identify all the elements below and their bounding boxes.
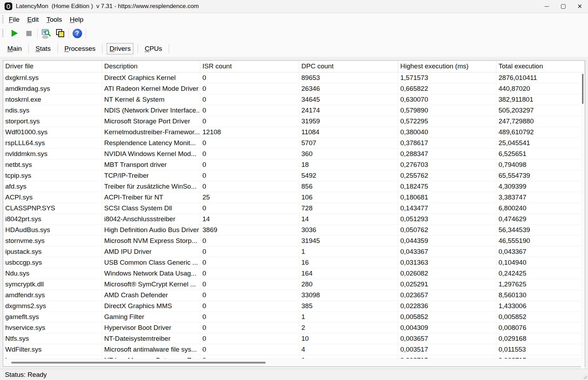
drivers-table: Driver fileDescriptionISR countDPC count…	[3, 60, 585, 367]
window-title: LatencyMon (Home Edition ) v 7.31 - http…	[16, 3, 199, 10]
window-controls: ✕	[539, 0, 588, 13]
column-header-description[interactable]: Description	[102, 61, 200, 72]
cell-driver-file: rspLLL64.sys	[3, 138, 102, 148]
cell-total-execution: 2876,010411	[496, 73, 585, 83]
tab-drivers[interactable]: Drivers	[107, 43, 133, 54]
table-row[interactable]: ACPI.sysACPI-Treiber für NT251060,180681…	[3, 192, 585, 203]
table-row[interactable]: Wdf01000.sysKernelmodustreiber-Framewor.…	[3, 127, 585, 138]
table-row[interactable]: amdkmdag.sysATI Radeon Kernel Mode Drive…	[3, 83, 585, 94]
cell-isr-count: 0	[200, 246, 299, 257]
cell-description: MBT Transport driver	[102, 160, 200, 170]
cell-description: DirectX Graphics Kernel	[102, 73, 200, 83]
cell-isr-count: 3869	[200, 225, 299, 235]
cell-dpc-count: 5492	[299, 170, 398, 181]
stacked-windows-button[interactable]	[53, 27, 67, 40]
help-button[interactable]: ?	[70, 27, 84, 40]
menu-item-tools[interactable]: Tools	[42, 16, 66, 23]
cell-isr-count: 0	[200, 149, 299, 159]
cell-total-execution: 0,011553	[496, 344, 585, 355]
table-row[interactable]: netbt.sysMBT Transport driver0180,276703…	[3, 160, 585, 170]
cell-dpc-count: 106	[299, 192, 398, 203]
table-body: dxgkrnl.sysDirectX Graphics Kernel089653…	[3, 73, 585, 359]
cell-driver-file: Ntfs.sys	[3, 333, 102, 344]
table-row[interactable]: afd.sysTreiber für zusätzliche WinSo...0…	[3, 181, 585, 192]
titlebar: LatencyMon (Home Edition ) v 7.31 - http…	[0, 0, 588, 13]
table-row[interactable]: usbccgp.sysUSB Common Class Generic ...0…	[3, 257, 585, 268]
table-row[interactable]: dxgkrnl.sysDirectX Graphics Kernel089653…	[3, 73, 585, 83]
stop-icon	[26, 31, 32, 36]
menu-item-help[interactable]: Help	[66, 16, 87, 23]
tab-processes[interactable]: Processes	[62, 43, 98, 54]
menu-item-file[interactable]: File	[5, 16, 24, 23]
table-row[interactable]: gameflt.sysGaming Filter010,0058520,0058…	[3, 312, 585, 323]
table-row[interactable]: amdfendr.sysAMD Crash Defender0330980,02…	[3, 290, 585, 301]
table-row[interactable]: CLASSPNP.SYSSCSI Class System Dll07280,1…	[3, 203, 585, 214]
close-button[interactable]: ✕	[572, 0, 588, 13]
table-row[interactable]: Ndu.sysWindows Network Data Usag...01640…	[3, 268, 585, 279]
table-row[interactable]: stornvme.sysMicrosoft NVM Express Storp.…	[3, 236, 585, 246]
cell-total-execution: 0,474629	[496, 214, 585, 224]
menu-item-edit[interactable]: Edit	[24, 16, 43, 23]
table-row[interactable]: symcryptk.dllMicrosoft® SymCrypt Kernel …	[3, 279, 585, 290]
column-header-dpc-count[interactable]: DPC count	[299, 61, 398, 72]
vertical-scrollbar-thumb[interactable]	[582, 74, 583, 104]
cell-highest-execution: 0,572295	[398, 116, 496, 127]
cell-description: Hypervisor Boot Driver	[102, 323, 200, 333]
tab-main[interactable]: Main	[5, 43, 24, 54]
cell-total-execution: 0,002715	[496, 355, 585, 359]
maximize-button[interactable]	[555, 0, 572, 13]
tab-separator	[169, 44, 169, 53]
column-header-highest-execution[interactable]: Highest execution (ms)	[398, 61, 496, 72]
resize-grip-icon[interactable]	[582, 374, 587, 379]
table-row[interactable]: WdFilter.sysMicrosoft antimalware file s…	[3, 344, 585, 355]
cell-description: AMD Crash Defender	[102, 290, 200, 300]
table-row[interactable]: storport.sysMicrosoft Storage Port Drive…	[3, 116, 585, 127]
table-row[interactable]: tcpip.sysTCP/IP-Treiber054920,25576265,5…	[3, 170, 585, 181]
table-row[interactable]: bowser.sysNT Lan Manager Datagram R...01…	[3, 355, 585, 359]
cell-highest-execution: 0,004309	[398, 323, 496, 333]
table-row[interactable]: nvlddmkm.sysNVIDIA Windows Kernel Mod...…	[3, 149, 585, 160]
cell-total-execution: 382,911801	[496, 94, 585, 105]
vertical-scrollbar[interactable]	[581, 73, 584, 380]
cell-dpc-count: 18	[299, 160, 398, 170]
toolbar-gripper	[2, 29, 4, 38]
analyze-report-button[interactable]	[39, 27, 53, 40]
cell-dpc-count: 31959	[299, 116, 398, 127]
table-row[interactable]: Ntfs.sysNT-Dateisystemtreiber0100,003657…	[3, 333, 585, 344]
table-row[interactable]: HDAudBus.sysHigh Definition Audio Bus Dr…	[3, 225, 585, 236]
column-header-driver-file[interactable]: Driver file	[3, 61, 102, 72]
table-row[interactable]: hvservice.sysHypervisor Boot Driver020,0…	[3, 323, 585, 333]
table-row[interactable]: rspLLL64.sysResplendence Latency Monit..…	[3, 138, 585, 149]
cell-description: Microsoft Storage Port Driver	[102, 116, 200, 127]
table-row[interactable]: i8042prt.sysi8042-Anschlussstreiber14140…	[3, 214, 585, 225]
cell-description: Microsoft antimalware file sys...	[102, 344, 200, 355]
cell-highest-execution: 0,276703	[398, 160, 496, 170]
table-row[interactable]: ipustack.sysAMD IPU Driver010,0433670,04…	[3, 246, 585, 257]
tab-stats[interactable]: Stats	[33, 43, 53, 54]
cell-driver-file: hvservice.sys	[3, 323, 102, 333]
minimize-button[interactable]	[539, 0, 555, 13]
cell-description: Kernelmodustreiber-Framewor...	[102, 127, 200, 137]
cell-driver-file: tcpip.sys	[3, 170, 102, 181]
stop-monitoring-button[interactable]	[22, 27, 36, 40]
cell-total-execution: 8,560130	[496, 290, 585, 300]
column-header-isr-count[interactable]: ISR count	[200, 61, 299, 72]
start-monitoring-button[interactable]	[8, 27, 22, 40]
status-text: Status: Ready	[5, 371, 47, 379]
table-row[interactable]: ntoskrnl.exeNT Kernel & System0346450,63…	[3, 94, 585, 105]
cell-driver-file: i8042prt.sys	[3, 214, 102, 224]
table-row[interactable]: ndis.sysNDIS (Network Driver Interface..…	[3, 105, 585, 116]
cell-isr-count: 0	[200, 73, 299, 83]
cell-total-execution: 0,104940	[496, 257, 585, 268]
cell-isr-count: 0	[200, 355, 299, 359]
horizontal-scrollbar[interactable]	[4, 359, 582, 366]
tab-cpus[interactable]: CPUs	[142, 43, 165, 54]
cell-isr-count: 0	[200, 160, 299, 170]
cell-driver-file: stornvme.sys	[3, 236, 102, 246]
table-row[interactable]: dxgmms2.sysDirectX Graphics MMS03850,022…	[3, 301, 585, 312]
cell-driver-file: amdkmdag.sys	[3, 83, 102, 94]
cell-dpc-count: 31945	[299, 236, 398, 246]
help-question-icon: ?	[73, 29, 82, 38]
column-header-total-execution[interactable]: Total execution	[496, 61, 585, 72]
horizontal-scrollbar-thumb[interactable]	[11, 362, 266, 364]
